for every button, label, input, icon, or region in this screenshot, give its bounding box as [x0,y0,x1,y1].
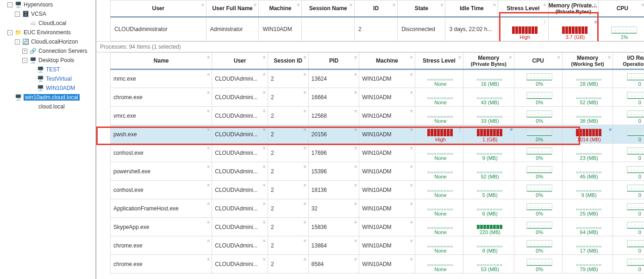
cell-menu-icon[interactable]: ≡ [304,72,306,77]
cell-menu-icon[interactable]: ≡ [354,183,357,188]
cell-menu-icon[interactable]: ≡ [410,90,413,95]
column-menu-icon[interactable]: ≡ [263,55,266,60]
sessions-header-9[interactable]: CPU≡ [599,0,644,17]
cell-menu-icon[interactable]: ≡ [263,183,266,188]
cell-menu-icon[interactable]: ≡ [354,90,357,95]
cell-menu-icon[interactable]: ≡ [354,164,357,169]
process-row[interactable]: ▶pwsh.exe≡CLOUD\Admini...≡2≡20156≡WIN10A… [111,125,644,144]
cell-menu-icon[interactable]: ≡ [263,220,266,225]
column-menu-icon[interactable]: ≡ [458,55,461,60]
processes-header-1[interactable]: User≡ [212,53,268,70]
processes-header-5[interactable]: Stress Level≡ [415,53,463,70]
cell-menu-icon[interactable]: ≡ [207,183,210,188]
session-row[interactable]: CLOUD\administratorAdministratorWIN10ADM… [111,17,644,41]
column-menu-icon[interactable]: ≡ [493,2,496,7]
processes-header-0[interactable]: Name≡ [111,53,212,70]
processes-header-8[interactable]: Memory(Working Set)≡ [562,53,613,70]
sessions-header-7[interactable]: Stress Level≡ [498,0,549,17]
column-menu-icon[interactable]: ≡ [608,55,611,60]
process-row[interactable]: ApplicationFrameHost.exe≡CLOUD\Admini...… [111,199,644,218]
process-row[interactable]: powershell.exe≡CLOUD\Admini...≡2≡15396≡W… [111,162,644,181]
cell-menu-icon[interactable]: ≡ [410,201,413,206]
cell-menu-icon[interactable]: ≡ [304,127,306,132]
cell-menu-icon[interactable]: ≡ [263,201,266,206]
tree-node-test[interactable]: 🖥️TEST [0,65,95,74]
cell-menu-icon[interactable]: ≡ [207,127,210,132]
tree-node-euc-environments[interactable]: -📁EUC Environments [0,28,95,37]
process-row[interactable]: mmc.exe≡CLOUD\Admini...≡2≡13624≡WIN10ADM… [111,70,644,88]
cell-menu-icon[interactable]: ≡ [304,183,306,188]
cell-menu-icon[interactable]: ≡ [410,257,413,262]
cell-menu-icon[interactable]: ≡ [304,257,306,262]
sessions-header-6[interactable]: Idle Time≡ [445,0,498,17]
sessions-header-8[interactable]: Memory (Private Bytes)(Private Bytes)≡ [548,0,599,17]
processes-header-3[interactable]: PID≡ [308,53,359,70]
sessions-header-2[interactable]: Machine≡ [259,0,302,17]
column-menu-icon[interactable]: ≡ [201,2,204,7]
tree-node-cloudlocal[interactable]: ☁️CloudLocal [0,19,95,28]
cell-menu-icon[interactable]: ≡ [354,146,357,151]
tree-node-testvirtual[interactable]: 🖥️TestVirtual [0,74,95,83]
column-menu-icon[interactable]: ≡ [207,55,210,60]
cell-menu-icon[interactable]: ≡ [263,72,266,77]
metric-menu-icon[interactable]: ⋮ [457,127,462,132]
column-menu-icon[interactable]: ≡ [642,2,644,7]
metric-menu-icon[interactable]: ≡ [510,127,513,132]
cell-menu-icon[interactable]: ≡ [263,127,266,132]
cell-menu-icon[interactable]: ≡ [410,146,413,151]
cell-menu-icon[interactable]: ≡ [410,164,413,169]
cell-menu-icon[interactable]: ≡ [410,108,413,114]
cell-menu-icon[interactable]: ≡ [304,108,306,114]
sessions-header-3[interactable]: Session Name≡ [302,0,355,17]
cell-menu-icon[interactable]: ≡ [304,164,306,169]
tree-node-hypervisors[interactable]: -🖥️Hypervisors [0,0,95,9]
tree-toggle-icon[interactable]: + [22,49,27,54]
cell-menu-icon[interactable]: ≡ [207,201,210,206]
cell-menu-icon[interactable]: ≡ [354,127,357,132]
metric-menu-icon[interactable]: ≡ [594,19,597,25]
cell-menu-icon[interactable]: ≡ [354,201,357,206]
tree-node-win10adm-cloud-local[interactable]: 🖥️win10adm.cloud.local [0,93,95,102]
column-menu-icon[interactable]: ≡ [544,2,546,7]
metric-menu-icon[interactable]: ≡ [609,127,612,132]
column-menu-icon[interactable]: ≡ [393,2,395,7]
tree-node-desktop-pools[interactable]: -🖥️Desktop Pools [0,56,95,65]
cell-menu-icon[interactable]: ≡ [263,146,266,151]
processes-grid[interactable]: Name≡User≡Session ID≡PID≡Machine≡Stress … [96,52,644,279]
cell-menu-icon[interactable]: ≡ [207,146,210,151]
cell-menu-icon[interactable]: ≡ [354,220,357,225]
column-menu-icon[interactable]: ≡ [304,55,306,60]
cell-menu-icon[interactable]: ≡ [263,90,266,95]
cell-menu-icon[interactable]: ≡ [410,72,413,77]
column-menu-icon[interactable]: ≡ [350,2,352,7]
process-row[interactable]: chrome.exe≡CLOUD\Admini...≡2≡16664≡WIN10… [111,88,644,107]
cell-menu-icon[interactable]: ≡ [304,201,306,206]
cell-menu-icon[interactable]: ≡ [354,257,357,262]
cell-menu-icon[interactable]: ≡ [304,90,306,95]
cell-menu-icon[interactable]: ≡ [304,146,306,151]
cell-menu-icon[interactable]: ≡ [354,108,357,114]
tree-node-vcsa[interactable]: -🗄️VCSA [0,9,95,19]
cell-menu-icon[interactable]: ≡ [263,108,266,114]
sessions-header-1[interactable]: User Full Name≡ [206,0,259,17]
cell-menu-icon[interactable]: ≡ [207,257,210,262]
process-row[interactable]: chrome.exe≡CLOUD\Admini...≡2≡13864≡WIN10… [111,236,644,255]
processes-header-6[interactable]: Memory(Private Bytes)≡ [463,53,514,70]
processes-header-2[interactable]: Session ID≡ [268,53,308,70]
tree-toggle-icon[interactable]: - [15,12,20,17]
cell-menu-icon[interactable]: ≡ [410,238,413,243]
sessions-header-4[interactable]: ID≡ [355,0,398,17]
column-menu-icon[interactable]: ≡ [254,2,257,7]
process-row[interactable]: SkypeApp.exe≡CLOUD\Admini...≡2≡15836≡WIN… [111,218,644,236]
cell-menu-icon[interactable]: ≡ [304,220,306,225]
column-menu-icon[interactable]: ≡ [594,2,596,7]
tree-node-win10adm[interactable]: 🖥️WIN10ADM [0,83,95,93]
column-menu-icon[interactable]: ≡ [441,2,444,7]
sessions-header-0[interactable]: User≡ [111,0,206,17]
cell-menu-icon[interactable]: ≡ [207,72,210,77]
processes-header-7[interactable]: CPU≡ [514,53,562,70]
tree-toggle-icon[interactable]: - [15,39,20,44]
cell-menu-icon[interactable]: ≡ [207,238,210,243]
nav-tree[interactable]: -🖥️Hypervisors-🗄️VCSA☁️CloudLocal-📁EUC E… [0,0,96,279]
sessions-header-5[interactable]: State≡ [398,0,445,17]
